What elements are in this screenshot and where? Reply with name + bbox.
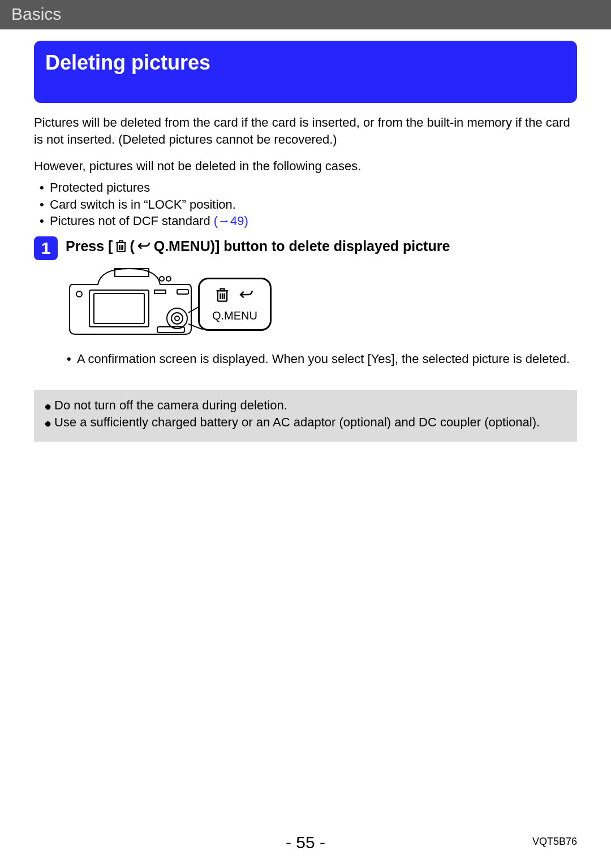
note-item: Do not turn off the camera during deleti… bbox=[54, 398, 287, 415]
step-1-note: • A confirmation screen is displayed. Wh… bbox=[67, 351, 577, 368]
note-item: Use a sufficiently charged battery or an… bbox=[54, 415, 540, 432]
body-content: Pictures will be deleted from the card i… bbox=[0, 103, 611, 368]
svg-rect-2 bbox=[94, 293, 144, 323]
step-1-title: Press [ ( Q.MENU)] button to delete disp… bbox=[66, 237, 450, 254]
button-callout: Q.MENU bbox=[198, 278, 272, 331]
page-title: Deleting pictures bbox=[34, 41, 577, 103]
svg-rect-1 bbox=[89, 290, 149, 327]
svg-rect-10 bbox=[177, 290, 188, 294]
exception-item: Protected pictures bbox=[50, 179, 150, 196]
exception-item: Pictures not of DCF standard (→49) bbox=[50, 213, 248, 230]
section-header: Basics bbox=[0, 0, 611, 29]
exception-list: •Protected pictures •Card switch is in “… bbox=[40, 179, 577, 230]
undo-icon bbox=[239, 288, 255, 306]
svg-point-5 bbox=[175, 316, 179, 321]
svg-point-8 bbox=[160, 277, 164, 281]
exception-item: Card switch is in “LOCK” position. bbox=[50, 196, 236, 213]
camera-illustration: Q.MENU bbox=[67, 265, 577, 344]
svg-rect-7 bbox=[154, 290, 166, 293]
svg-point-3 bbox=[167, 308, 187, 329]
step-1: 1 Press [ ( Q.MENU)] button to delete di… bbox=[34, 237, 577, 260]
undo-icon bbox=[137, 240, 152, 252]
intro-paragraph-2: However, pictures will not be deleted in… bbox=[34, 158, 577, 175]
trash-icon bbox=[115, 239, 127, 253]
document-id: VQT5B76 bbox=[532, 836, 577, 848]
qmenu-label: Q.MENU bbox=[212, 308, 257, 323]
caution-notes: ●Do not turn off the camera during delet… bbox=[34, 390, 577, 442]
step-number-badge: 1 bbox=[34, 236, 58, 260]
intro-paragraph-1: Pictures will be deleted from the card i… bbox=[34, 114, 577, 148]
trash-icon bbox=[215, 286, 230, 308]
page-ref-link[interactable]: (→49) bbox=[214, 214, 248, 228]
svg-point-4 bbox=[171, 313, 183, 324]
svg-point-9 bbox=[166, 277, 171, 281]
svg-point-6 bbox=[76, 291, 82, 297]
page-number: - 55 - bbox=[0, 833, 611, 852]
camera-back-icon bbox=[67, 265, 203, 344]
